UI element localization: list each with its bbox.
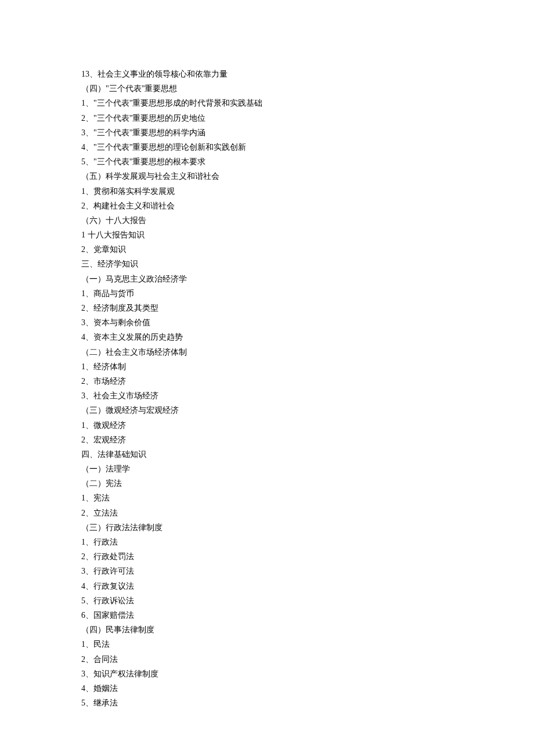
outline-line: （四）"三个代表"重要思想 [81, 81, 453, 96]
outline-line: 1、贯彻和落实科学发展观 [81, 184, 453, 199]
outline-line: 4、行政复议法 [81, 579, 453, 593]
outline-line: 6、国家赔偿法 [81, 608, 453, 622]
outline-line: 2、"三个代表"重要思想的历史地位 [81, 111, 453, 125]
outline-line: （三）行政法法律制度 [81, 520, 453, 535]
outline-line: （一）马克思主义政治经济学 [81, 272, 453, 286]
outline-line: 1、民法 [81, 637, 453, 651]
outline-line: 1、商品与货币 [81, 286, 453, 301]
outline-line: 2、市场经济 [81, 374, 453, 388]
outline-line: （二）社会主义市场经济体制 [81, 345, 453, 359]
outline-line: 2、行政处罚法 [81, 549, 453, 564]
outline-line: 2、立法法 [81, 506, 453, 520]
outline-line: 1 十八大报告知识 [81, 228, 453, 242]
outline-line: 3、行政许可法 [81, 564, 453, 578]
outline-line: 四、法律基础知识 [81, 447, 453, 462]
outline-line: （一）法理学 [81, 462, 453, 476]
outline-line: （二）宪法 [81, 476, 453, 491]
outline-line: 5、"三个代表"重要思想的根本要求 [81, 154, 453, 169]
outline-line: （三）微观经济与宏观经济 [81, 403, 453, 417]
outline-line: （四）民事法律制度 [81, 622, 453, 637]
outline-line: 4、"三个代表"重要思想的理论创新和实践创新 [81, 140, 453, 154]
outline-line: 2、经济制度及其类型 [81, 301, 453, 315]
outline-line: 1、宪法 [81, 491, 453, 505]
outline-line: 5、行政诉讼法 [81, 593, 453, 608]
outline-line: 3、"三个代表"重要思想的科学内涵 [81, 125, 453, 140]
outline-line: 三、经济学知识 [81, 257, 453, 271]
outline-line: 1、经济体制 [81, 359, 453, 374]
outline-line: 4、资本主义发展的历史趋势 [81, 330, 453, 344]
outline-line: 1、"三个代表"重要思想形成的时代背景和实践基础 [81, 96, 453, 110]
outline-line: 5、继承法 [81, 696, 453, 710]
outline-line: （六）十八大报告 [81, 213, 453, 228]
outline-line: 2、党章知识 [81, 242, 453, 257]
outline-line: 3、资本与剩余价值 [81, 315, 453, 330]
outline-line: 2、合同法 [81, 652, 453, 667]
document-content: 13、社会主义事业的领导核心和依靠力量 （四）"三个代表"重要思想 1、"三个代… [81, 67, 453, 710]
outline-line: 1、行政法 [81, 535, 453, 549]
outline-line: 3、社会主义市场经济 [81, 388, 453, 403]
outline-line: 13、社会主义事业的领导核心和依靠力量 [81, 67, 453, 81]
outline-line: 2、构建社会主义和谐社会 [81, 199, 453, 213]
outline-line: 4、婚姻法 [81, 681, 453, 696]
outline-line: （五）科学发展观与社会主义和谐社会 [81, 169, 453, 183]
outline-line: 3、知识产权法律制度 [81, 667, 453, 681]
outline-line: 2、宏观经济 [81, 433, 453, 447]
outline-line: 1、微观经济 [81, 418, 453, 433]
